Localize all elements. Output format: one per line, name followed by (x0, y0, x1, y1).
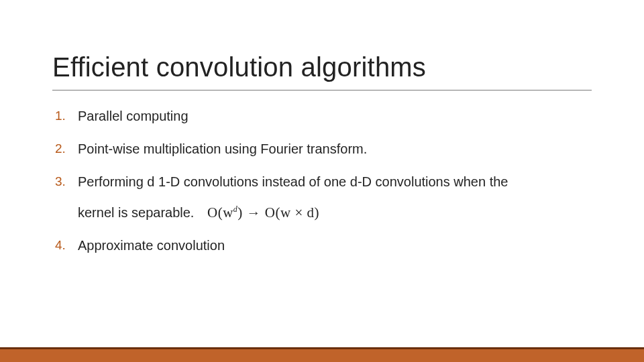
complexity-expression: O(wd) → O(w × d) (207, 204, 319, 221)
list-text: Performing d 1-D convolutions instead of… (78, 173, 592, 222)
list-number: 3. (55, 173, 78, 190)
title-underline (52, 90, 592, 90)
list-text: Parallel computing (78, 107, 592, 125)
slide: Efficient convolution algorithms 1. Para… (0, 0, 644, 362)
list-item: 2. Point-wise multiplication using Fouri… (55, 140, 592, 158)
list-text: Approximate convolution (78, 237, 592, 255)
slide-title: Efficient convolution algorithms (52, 52, 426, 82)
list-text-line1: Performing d 1-D convolutions instead of… (78, 174, 508, 189)
list-text: Point-wise multiplication using Fourier … (78, 140, 592, 158)
list-number: 4. (55, 237, 78, 254)
list-item: 4. Approximate convolution (55, 237, 592, 255)
list-item: 1. Parallel computing (55, 107, 592, 125)
bullet-list: 1. Parallel computing 2. Point-wise mult… (55, 107, 592, 269)
list-item: 3. Performing d 1-D convolutions instead… (55, 173, 592, 222)
list-text-line2: kernel is separable. (78, 205, 194, 220)
footer-bar (0, 345, 644, 362)
list-number: 2. (55, 140, 78, 158)
list-number: 1. (55, 107, 78, 125)
